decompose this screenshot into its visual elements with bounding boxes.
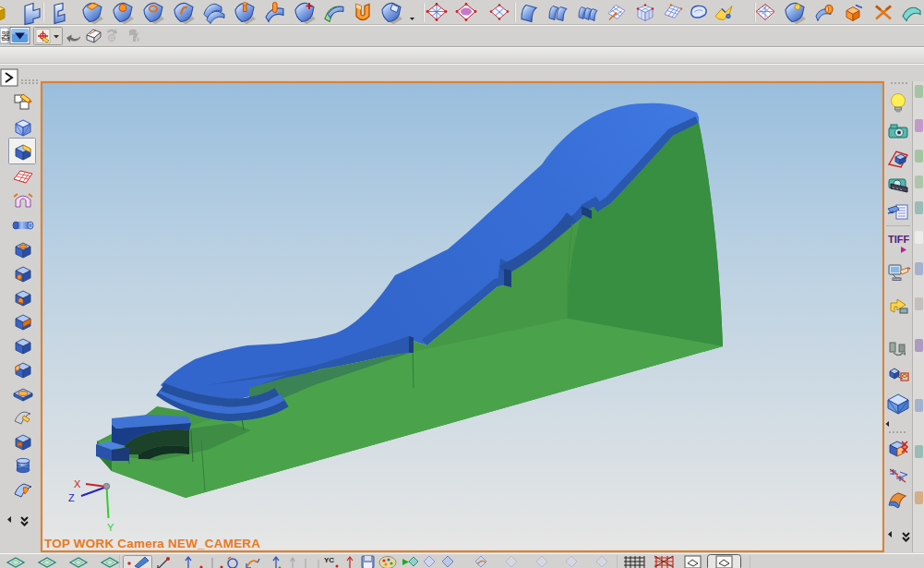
svg-text:X: X: [74, 478, 81, 489]
svg-text:TIFF: TIFF: [888, 234, 909, 245]
svg-text:Z: Z: [68, 492, 75, 503]
svg-text:YC: YC: [324, 556, 334, 564]
svg-text:TOP WORK Camera NEW_CAMERA: TOP WORK Camera NEW_CAMERA: [44, 537, 260, 550]
svg-text:器: 器: [1, 30, 11, 42]
svg-text:Y: Y: [107, 522, 114, 533]
